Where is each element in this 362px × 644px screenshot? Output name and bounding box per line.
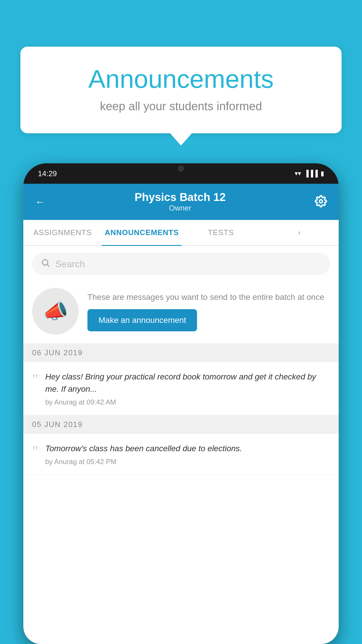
megaphone-icon: 📣 (43, 299, 68, 323)
status-time: 14:29 (38, 169, 57, 178)
tab-more[interactable]: › (260, 220, 339, 245)
app-header: ← Physics Batch 12 Owner (23, 184, 339, 220)
svg-line-2 (47, 265, 49, 267)
announcement-text-1: Hey class! Bring your practical record b… (45, 371, 330, 395)
app-content: ← Physics Batch 12 Owner ASSIGNMENTS ANN… (23, 184, 339, 644)
tab-announcements[interactable]: ANNOUNCEMENTS (102, 220, 182, 245)
svg-point-0 (319, 200, 323, 203)
notch (162, 163, 200, 174)
promo-right: These are messages you want to send to t… (87, 291, 330, 331)
announcement-text-2: Tomorrow's class has been cancelled due … (45, 442, 330, 455)
bubble-title: Announcements (44, 64, 318, 94)
tab-tests[interactable]: TESTS (182, 220, 260, 245)
tab-assignments[interactable]: ASSIGNMENTS (23, 220, 102, 245)
announcement-meta-2: by Anurag at 05:42 PM (45, 458, 330, 466)
phone-mockup: 14:29 ▾▾ ▐▐▐ ▮ ← Physics Batch 12 Owner (23, 163, 339, 644)
header-center: Physics Batch 12 Owner (135, 191, 226, 213)
promo-description: These are messages you want to send to t… (87, 291, 330, 303)
search-icon (41, 258, 50, 270)
search-placeholder: Search (55, 259, 85, 270)
signal-icon: ▐▐▐ (304, 170, 318, 177)
svg-point-1 (42, 260, 48, 265)
announcement-item-2: " Tomorrow's class has been cancelled du… (23, 434, 339, 475)
header-subtitle: Owner (135, 204, 226, 213)
announcement-item-1: " Hey class! Bring your practical record… (23, 362, 339, 415)
status-bar: 14:29 ▾▾ ▐▐▐ ▮ (23, 163, 339, 184)
make-announcement-button[interactable]: Make an announcement (87, 309, 197, 331)
wifi-icon: ▾▾ (295, 170, 301, 177)
tabs: ASSIGNMENTS ANNOUNCEMENTS TESTS › (23, 220, 339, 246)
quote-icon-1: " (32, 372, 38, 387)
search-bar[interactable]: Search (32, 253, 330, 275)
camera (178, 166, 184, 172)
bubble-subtitle: keep all your students informed (44, 100, 318, 113)
settings-button[interactable] (315, 195, 327, 209)
announcement-content-2: Tomorrow's class has been cancelled due … (45, 442, 330, 466)
announcement-content-1: Hey class! Bring your practical record b… (45, 371, 330, 406)
battery-icon: ▮ (321, 170, 324, 177)
date-divider-1: 06 JUN 2019 (23, 344, 339, 362)
back-button[interactable]: ← (35, 196, 45, 208)
announcement-promo: 📣 These are messages you want to send to… (23, 282, 339, 344)
header-title: Physics Batch 12 (135, 191, 226, 204)
date-divider-2: 05 JUN 2019 (23, 415, 339, 434)
quote-icon-2: " (32, 444, 38, 459)
promo-icon-circle: 📣 (32, 288, 79, 335)
gear-icon (315, 195, 327, 207)
status-icons: ▾▾ ▐▐▐ ▮ (295, 170, 324, 177)
announcement-meta-1: by Anurag at 09:42 AM (45, 398, 330, 406)
speech-bubble: Announcements keep all your students inf… (20, 47, 342, 133)
